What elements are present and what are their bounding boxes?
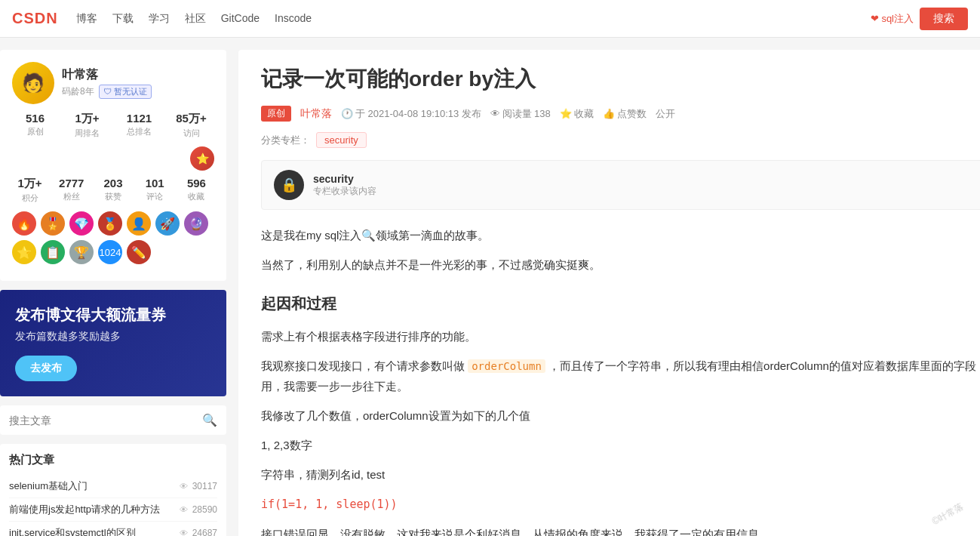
body-para-4: 1, 2,3数字	[261, 435, 980, 455]
nav-item-inscode[interactable]: Inscode	[275, 9, 312, 29]
body-para-intro: 这是我在my sql注入🔍领域第一滴血的故事。	[261, 225, 980, 245]
meta-collect[interactable]: ⭐ 收藏	[560, 107, 594, 121]
eye-icon: 👁	[490, 108, 500, 119]
hot-article-title-3: init,service和systemctl的区别	[9, 526, 175, 536]
body-para-7: 接口错误回显，没有脱敏，这对我来说是个利好消息，从情报的角度来说，我获得了一定的…	[261, 524, 980, 536]
column-name[interactable]: security	[313, 173, 376, 185]
nav-item-gitcode[interactable]: GitCode	[221, 9, 260, 29]
user-info: 叶常落 码龄8年 🛡 暂无认证	[62, 67, 152, 99]
hot-article-2[interactable]: 前端使用js发起http请求的几种方法 👁 28590	[9, 498, 217, 522]
view-icon-1: 👁	[180, 482, 188, 491]
hot-article-count-3: 24687	[192, 528, 217, 536]
stat-likes: 203 获赞	[95, 177, 131, 204]
promo-title: 发布博文得大额流量券	[15, 305, 211, 325]
promo-button[interactable]: 去发布	[15, 356, 77, 381]
site-logo[interactable]: CSDN	[12, 10, 58, 27]
stat-comments: 101 评论	[137, 177, 173, 204]
user-meta: 码龄8年 🛡 暂无认证	[62, 85, 152, 99]
stat-score: 1万+ 积分	[12, 177, 48, 204]
star-icon: ⭐	[560, 108, 572, 119]
column-card: 🔒 security 专栏收录该内容 0 订阅 38 篇文章	[261, 160, 980, 210]
search-button[interactable]: 搜索	[920, 8, 968, 30]
view-icon-2: 👁	[180, 505, 188, 514]
nav-item-download[interactable]: 下载	[112, 9, 134, 29]
hot-articles-title: 热门文章	[9, 453, 217, 467]
article-body: 这是我在my sql注入🔍领域第一滴血的故事。 当然了，利用别人的缺点并不是一件…	[261, 225, 980, 536]
search-icon[interactable]: 🔍	[202, 413, 217, 427]
promo-card: 发布博文得大额流量券 发布篇数越多奖励越多 去发布	[0, 290, 226, 396]
hot-article-3[interactable]: init,service和systemctl的区别 👁 24687	[9, 522, 217, 536]
username: 叶常落	[62, 67, 152, 83]
user-years: 码龄8年	[62, 85, 94, 98]
body-para-6: if(1=1, 1, sleep(1))	[261, 494, 980, 515]
badge-1: 🔥	[12, 211, 36, 236]
category-label: 分类专栏：	[261, 134, 310, 147]
level-badge: ⭐	[190, 146, 214, 171]
stat-week-rank: 1万+ 周排名	[64, 112, 110, 139]
certified-badge: 🛡 暂无认证	[99, 85, 152, 99]
column-avatar: 🔒	[274, 170, 304, 200]
stat-fans: 2777 粉丝	[54, 177, 89, 204]
body-para-5: 字符串，猜测列名id, test	[261, 464, 980, 485]
hot-article-1[interactable]: selenium基础入门 👁 30117	[9, 475, 217, 498]
tag-original: 原创	[261, 106, 291, 122]
avatar: 🧑	[12, 62, 54, 104]
badge-4: 🏅	[98, 211, 122, 236]
nav-item-blog[interactable]: 博客	[76, 9, 97, 29]
stat-visits: 85万+ 访问	[168, 112, 214, 139]
article-title: 记录一次可能的order by注入	[261, 65, 980, 94]
user-stats-top: 516 原创 1万+ 周排名 1121 总排名 85万+ 访问	[12, 112, 214, 139]
sql-code: if(1=1, 1, sleep(1))	[261, 497, 398, 511]
stat-total-rank: 1121 总排名	[116, 112, 162, 139]
body-para-1: 需求上有个根据表格字段进行排序的功能。	[261, 326, 980, 347]
meta-views: 👁 阅读量 138	[490, 107, 551, 121]
body-para-2: 我观察接口发现接口，有个请求参数叫做 orderColumn ，而且传了一个字符…	[261, 356, 980, 396]
badge-2: 🎖️	[41, 211, 65, 236]
column-desc: 专栏收录该内容	[313, 185, 376, 198]
sidebar: 🧑 叶常落 码龄8年 🛡 暂无认证 516 原创	[0, 50, 226, 536]
hot-article-title-1: selenium基础入门	[9, 479, 175, 493]
badge-11: 1024	[98, 240, 122, 264]
badge-7: 🔮	[184, 211, 208, 236]
article-meta: 原创 叶常落 🕐 于 2021-04-08 19:10:13 发布 👁 阅读量 …	[261, 106, 980, 122]
badge-5: 👤	[127, 211, 151, 236]
nav-item-community[interactable]: 社区	[185, 9, 206, 29]
meta-visibility: 公开	[656, 107, 675, 121]
nav-item-learn[interactable]: 学习	[149, 9, 170, 29]
inline-code-ordercolumn: orderColumn	[468, 359, 545, 373]
search-highlight: ❤ sql注入	[871, 12, 914, 26]
section-title-1: 起因和过程	[261, 290, 980, 317]
badges-row-2: ⭐ 📋 🏆 1024 ✏️	[12, 240, 214, 264]
column-info: security 专栏收录该内容	[313, 173, 376, 198]
body-para-intro2: 当然了，利用别人的缺点并不是一件光彩的事，不过感觉确实挺爽。	[261, 254, 980, 275]
meta-author[interactable]: 叶常落	[300, 107, 332, 121]
hot-articles: 热门文章 selenium基础入门 👁 30117 前端使用js发起http请求…	[0, 444, 226, 536]
nav-items: 博客 下载 学习 社区 GitCode Inscode	[76, 9, 871, 29]
main-layout: 🧑 叶常落 码龄8年 🛡 暂无认证 516 原创	[0, 38, 980, 536]
badges-row-1: 🔥 🎖️ 💎 🏅 👤 🚀 🔮	[12, 211, 214, 236]
meta-date: 🕐 于 2021-04-08 19:10:13 发布	[341, 107, 481, 121]
badge-9: 📋	[41, 240, 65, 264]
meta-likes[interactable]: 👍 点赞数	[603, 107, 647, 121]
view-icon-3: 👁	[180, 528, 188, 536]
hot-article-title-2: 前端使用js发起http请求的几种方法	[9, 503, 175, 516]
promo-subtitle: 发布篇数越多奖励越多	[15, 330, 211, 343]
clock-icon: 🕐	[341, 108, 353, 119]
article-area: 记录一次可能的order by注入 原创 叶常落 🕐 于 2021-04-08 …	[238, 50, 980, 536]
badge-10: 🏆	[69, 240, 94, 264]
body-para-3: 我修改了几个数值，orderColumn设置为如下的几个值	[261, 405, 980, 426]
category-link[interactable]: security	[316, 132, 367, 148]
badge-8: ⭐	[12, 240, 36, 264]
thumbup-icon: 👍	[603, 108, 615, 119]
hot-article-count-2: 28590	[192, 504, 217, 515]
stat-collects: 596 收藏	[179, 177, 214, 204]
badge-12: ✏️	[127, 240, 151, 264]
user-stats-bottom: 1万+ 积分 2777 粉丝 203 获赞 101 评论 596 收藏	[12, 177, 214, 204]
user-header: 🧑 叶常落 码龄8年 🛡 暂无认证	[12, 62, 214, 104]
badge-6: 🚀	[155, 211, 180, 236]
hot-article-count-1: 30117	[192, 481, 217, 491]
top-nav: CSDN 博客 下载 学习 社区 GitCode Inscode ❤ sql注入…	[0, 0, 980, 38]
badge-3: 💎	[69, 211, 94, 236]
stat-original: 516 原创	[12, 112, 58, 139]
search-input[interactable]	[9, 414, 196, 427]
